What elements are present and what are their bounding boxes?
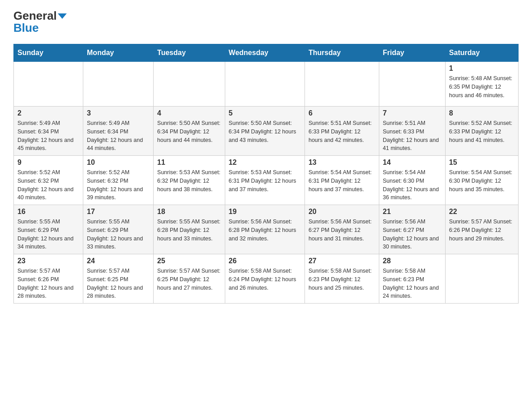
column-header-saturday: Saturday [445, 44, 518, 62]
day-number: 14 [383, 158, 442, 167]
day-number: 6 [309, 109, 375, 117]
logo-blue: Blue [13, 21, 39, 35]
day-info: Sunrise: 5:58 AM Sunset: 6:24 PM Dayligh… [229, 267, 301, 292]
day-info: Sunrise: 5:57 AM Sunset: 6:26 PM Dayligh… [17, 267, 79, 300]
calendar-cell: 14Sunrise: 5:54 AM Sunset: 6:30 PM Dayli… [379, 156, 445, 205]
calendar-week-row: 16Sunrise: 5:55 AM Sunset: 6:29 PM Dayli… [14, 205, 519, 254]
day-number: 10 [87, 158, 150, 167]
calendar-week-row: 1Sunrise: 5:48 AM Sunset: 6:35 PM Daylig… [14, 62, 519, 107]
calendar-cell: 23Sunrise: 5:57 AM Sunset: 6:26 PM Dayli… [14, 254, 83, 304]
calendar-cell: 10Sunrise: 5:52 AM Sunset: 6:32 PM Dayli… [83, 156, 154, 205]
day-number: 5 [229, 109, 301, 117]
day-number: 23 [17, 257, 79, 265]
day-number: 20 [309, 208, 375, 216]
calendar-cell: 18Sunrise: 5:55 AM Sunset: 6:28 PM Dayli… [154, 205, 225, 254]
day-info: Sunrise: 5:50 AM Sunset: 6:34 PM Dayligh… [157, 119, 221, 144]
day-info: Sunrise: 5:54 AM Sunset: 6:30 PM Dayligh… [383, 168, 442, 202]
day-number: 21 [383, 208, 442, 216]
day-number: 25 [157, 257, 221, 265]
calendar-cell: 1Sunrise: 5:48 AM Sunset: 6:35 PM Daylig… [445, 62, 518, 107]
column-header-tuesday: Tuesday [154, 44, 225, 62]
calendar-table: SundayMondayTuesdayWednesdayThursdayFrid… [13, 44, 519, 304]
column-header-friday: Friday [379, 44, 445, 62]
day-info: Sunrise: 5:53 AM Sunset: 6:31 PM Dayligh… [229, 168, 301, 193]
calendar-cell: 2Sunrise: 5:49 AM Sunset: 6:34 PM Daylig… [14, 107, 83, 156]
day-info: Sunrise: 5:50 AM Sunset: 6:34 PM Dayligh… [229, 119, 301, 144]
day-number: 3 [87, 109, 150, 117]
calendar-cell: 17Sunrise: 5:55 AM Sunset: 6:29 PM Dayli… [83, 205, 154, 254]
day-number: 26 [229, 257, 301, 265]
calendar-cell: 7Sunrise: 5:51 AM Sunset: 6:33 PM Daylig… [379, 107, 445, 156]
calendar-cell: 4Sunrise: 5:50 AM Sunset: 6:34 PM Daylig… [154, 107, 225, 156]
calendar-cell: 19Sunrise: 5:56 AM Sunset: 6:28 PM Dayli… [225, 205, 305, 254]
day-info: Sunrise: 5:56 AM Sunset: 6:28 PM Dayligh… [229, 218, 301, 243]
calendar-cell: 8Sunrise: 5:52 AM Sunset: 6:33 PM Daylig… [445, 107, 518, 156]
day-info: Sunrise: 5:55 AM Sunset: 6:29 PM Dayligh… [87, 218, 150, 251]
column-header-sunday: Sunday [14, 44, 83, 62]
calendar-cell: 11Sunrise: 5:53 AM Sunset: 6:32 PM Dayli… [154, 156, 225, 205]
calendar-cell [445, 254, 518, 304]
day-info: Sunrise: 5:54 AM Sunset: 6:30 PM Dayligh… [449, 168, 515, 193]
day-number: 1 [449, 64, 515, 73]
day-number: 15 [449, 158, 515, 167]
day-number: 9 [17, 158, 79, 167]
column-header-monday: Monday [83, 44, 154, 62]
day-info: Sunrise: 5:51 AM Sunset: 6:33 PM Dayligh… [309, 119, 375, 144]
calendar-cell: 5Sunrise: 5:50 AM Sunset: 6:34 PM Daylig… [225, 107, 305, 156]
day-info: Sunrise: 5:57 AM Sunset: 6:25 PM Dayligh… [157, 267, 221, 292]
day-info: Sunrise: 5:56 AM Sunset: 6:27 PM Dayligh… [309, 218, 375, 243]
day-info: Sunrise: 5:56 AM Sunset: 6:27 PM Dayligh… [383, 218, 442, 251]
calendar-cell: 13Sunrise: 5:54 AM Sunset: 6:31 PM Dayli… [305, 156, 379, 205]
day-info: Sunrise: 5:53 AM Sunset: 6:32 PM Dayligh… [157, 168, 221, 193]
calendar-cell: 28Sunrise: 5:58 AM Sunset: 6:23 PM Dayli… [379, 254, 445, 304]
logo-arrow-icon [58, 13, 67, 19]
calendar-cell: 26Sunrise: 5:58 AM Sunset: 6:24 PM Dayli… [225, 254, 305, 304]
calendar-cell: 16Sunrise: 5:55 AM Sunset: 6:29 PM Dayli… [14, 205, 83, 254]
day-number: 11 [157, 158, 221, 167]
calendar-cell [305, 62, 379, 107]
day-number: 27 [309, 257, 375, 265]
day-info: Sunrise: 5:55 AM Sunset: 6:28 PM Dayligh… [157, 218, 221, 243]
day-number: 19 [229, 208, 301, 216]
day-info: Sunrise: 5:58 AM Sunset: 6:23 PM Dayligh… [309, 267, 375, 292]
calendar-cell: 20Sunrise: 5:56 AM Sunset: 6:27 PM Dayli… [305, 205, 379, 254]
day-number: 2 [17, 109, 79, 117]
calendar-cell: 3Sunrise: 5:49 AM Sunset: 6:34 PM Daylig… [83, 107, 154, 156]
day-info: Sunrise: 5:57 AM Sunset: 6:26 PM Dayligh… [449, 218, 515, 243]
day-number: 8 [449, 109, 515, 117]
day-number: 18 [157, 208, 221, 216]
calendar-cell: 12Sunrise: 5:53 AM Sunset: 6:31 PM Dayli… [225, 156, 305, 205]
day-number: 24 [87, 257, 150, 265]
day-number: 4 [157, 109, 221, 117]
day-number: 17 [87, 208, 150, 216]
day-info: Sunrise: 5:52 AM Sunset: 6:32 PM Dayligh… [17, 168, 79, 202]
calendar-cell: 6Sunrise: 5:51 AM Sunset: 6:33 PM Daylig… [305, 107, 379, 156]
day-number: 22 [449, 208, 515, 216]
calendar-week-row: 9Sunrise: 5:52 AM Sunset: 6:32 PM Daylig… [14, 156, 519, 205]
calendar-cell [14, 62, 83, 107]
day-info: Sunrise: 5:55 AM Sunset: 6:29 PM Dayligh… [17, 218, 79, 251]
column-header-wednesday: Wednesday [225, 44, 305, 62]
calendar-cell: 27Sunrise: 5:58 AM Sunset: 6:23 PM Dayli… [305, 254, 379, 304]
calendar-cell: 25Sunrise: 5:57 AM Sunset: 6:25 PM Dayli… [154, 254, 225, 304]
day-info: Sunrise: 5:57 AM Sunset: 6:25 PM Dayligh… [87, 267, 150, 300]
calendar-cell: 24Sunrise: 5:57 AM Sunset: 6:25 PM Dayli… [83, 254, 154, 304]
calendar-cell: 21Sunrise: 5:56 AM Sunset: 6:27 PM Dayli… [379, 205, 445, 254]
calendar-cell: 15Sunrise: 5:54 AM Sunset: 6:30 PM Dayli… [445, 156, 518, 205]
day-number: 13 [309, 158, 375, 167]
day-info: Sunrise: 5:54 AM Sunset: 6:31 PM Dayligh… [309, 168, 375, 193]
day-info: Sunrise: 5:51 AM Sunset: 6:33 PM Dayligh… [383, 119, 442, 153]
calendar-cell: 9Sunrise: 5:52 AM Sunset: 6:32 PM Daylig… [14, 156, 83, 205]
day-number: 28 [383, 257, 442, 265]
calendar-week-row: 23Sunrise: 5:57 AM Sunset: 6:26 PM Dayli… [14, 254, 519, 304]
calendar-week-row: 2Sunrise: 5:49 AM Sunset: 6:34 PM Daylig… [14, 107, 519, 156]
day-info: Sunrise: 5:52 AM Sunset: 6:32 PM Dayligh… [87, 168, 150, 202]
day-number: 12 [229, 158, 301, 167]
day-info: Sunrise: 5:48 AM Sunset: 6:35 PM Dayligh… [449, 74, 515, 99]
calendar-cell [83, 62, 154, 107]
day-number: 7 [383, 109, 442, 117]
logo: General Blue [13, 9, 67, 35]
calendar-header-row: SundayMondayTuesdayWednesdayThursdayFrid… [14, 44, 519, 62]
day-info: Sunrise: 5:52 AM Sunset: 6:33 PM Dayligh… [449, 119, 515, 144]
page-header: General Blue [13, 9, 519, 35]
